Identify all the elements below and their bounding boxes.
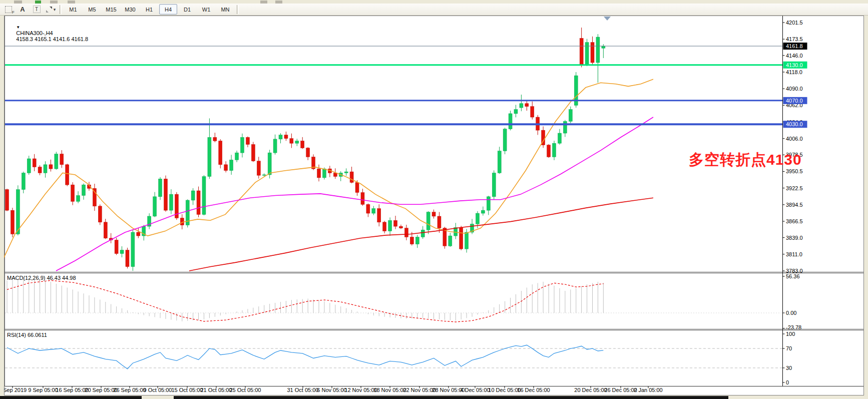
svg-text:4030.0: 4030.0 bbox=[786, 121, 803, 127]
chart-annotation-text[interactable]: 多空转折点4130 bbox=[689, 150, 802, 170]
text-box-button[interactable]: T bbox=[30, 4, 43, 15]
svg-text:3922.5: 3922.5 bbox=[786, 185, 803, 191]
text-box-icon: T bbox=[33, 6, 41, 13]
bottom-bar-segment bbox=[0, 396, 142, 399]
symbol-title: CHINA300-,H4 bbox=[16, 30, 53, 36]
svg-text:4090.0: 4090.0 bbox=[786, 86, 803, 92]
svg-text:21 Oct 05:00: 21 Oct 05:00 bbox=[201, 387, 232, 393]
svg-text:3839.0: 3839.0 bbox=[786, 235, 803, 241]
ohlc-values: 4158.3 4165.1 4141.6 4161.8 bbox=[16, 36, 88, 42]
tf-button-w1[interactable]: W1 bbox=[197, 4, 215, 15]
svg-text:4006.0: 4006.0 bbox=[786, 136, 803, 142]
svg-text:70: 70 bbox=[786, 345, 792, 351]
clipped-bottom-bar bbox=[0, 395, 868, 399]
svg-text:9 Oct 05:00: 9 Oct 05:00 bbox=[144, 387, 172, 393]
text-label-button[interactable]: A bbox=[16, 4, 29, 15]
tf-button-m5[interactable]: M5 bbox=[83, 4, 101, 15]
svg-text:56.36: 56.36 bbox=[786, 273, 800, 279]
svg-text:30: 30 bbox=[786, 365, 792, 371]
line-studies-toolbar: F A T ▾ M1M5M15M30H1H4D1W1MN bbox=[0, 4, 868, 16]
diagonal-arrows-icon bbox=[46, 6, 53, 13]
svg-text:0: 0 bbox=[786, 379, 789, 385]
toolbar-separator bbox=[237, 5, 239, 14]
svg-text:9 Sep 05:00: 9 Sep 05:00 bbox=[28, 387, 58, 393]
chart-canvas[interactable]: 4201.54173.54146.04118.04090.04062.04034… bbox=[4, 16, 864, 395]
clipped-toolbar-row bbox=[0, 0, 868, 4]
svg-text:6 Nov 05:00: 6 Nov 05:00 bbox=[317, 387, 346, 393]
arrows-tool-button[interactable]: ▾ bbox=[44, 4, 57, 15]
svg-text:16 Sep 05:00: 16 Sep 05:00 bbox=[56, 387, 88, 393]
tf-button-m1[interactable]: M1 bbox=[64, 4, 82, 15]
svg-text:0.00: 0.00 bbox=[786, 310, 796, 316]
svg-text:26 Dec 05:00: 26 Dec 05:00 bbox=[604, 387, 637, 393]
svg-text:3866.5: 3866.5 bbox=[786, 218, 803, 224]
svg-text:10 Dec 05:00: 10 Dec 05:00 bbox=[488, 387, 521, 393]
svg-text:4161.8: 4161.8 bbox=[786, 43, 803, 49]
svg-text:4201.5: 4201.5 bbox=[786, 20, 803, 26]
tf-button-m30[interactable]: M30 bbox=[121, 4, 139, 15]
svg-text:15 Oct 05:00: 15 Oct 05:00 bbox=[172, 387, 203, 393]
grid-icon: F bbox=[5, 6, 12, 13]
svg-text:16 Dec 05:00: 16 Dec 05:00 bbox=[517, 387, 550, 393]
svg-text:4070.0: 4070.0 bbox=[786, 98, 803, 104]
toolbar-separator bbox=[60, 5, 62, 14]
tf-button-d1[interactable]: D1 bbox=[178, 4, 196, 15]
tf-button-m15[interactable]: M15 bbox=[102, 4, 120, 15]
tf-button-mn[interactable]: MN bbox=[216, 4, 234, 15]
svg-text:4173.5: 4173.5 bbox=[786, 36, 803, 42]
svg-text:20 Sep 05:00: 20 Sep 05:00 bbox=[85, 387, 117, 393]
chevron-down-icon: ▾ bbox=[54, 7, 56, 12]
svg-text:2 Jan 05:00: 2 Jan 05:00 bbox=[634, 387, 663, 393]
timeframe-toolbar: M1M5M15M30H1H4D1W1MN bbox=[64, 4, 235, 15]
rsi-indicator-label: RSI(14) 66.0611 bbox=[7, 332, 47, 338]
svg-text:3811.0: 3811.0 bbox=[786, 251, 802, 257]
chart-window[interactable]: 4201.54173.54146.04118.04090.04062.04034… bbox=[4, 16, 864, 395]
svg-text:4118.0: 4118.0 bbox=[786, 69, 802, 75]
svg-text:4146.0: 4146.0 bbox=[786, 53, 803, 59]
chart-title: ▼ CHINA300-,H4 4158.3 4165.1 4141.6 4161… bbox=[7, 18, 88, 48]
svg-text:22 Nov 05:00: 22 Nov 05:00 bbox=[403, 387, 436, 393]
svg-text:31 Oct 05:00: 31 Oct 05:00 bbox=[287, 387, 319, 393]
svg-text:18 Nov 05:00: 18 Nov 05:00 bbox=[373, 387, 406, 393]
svg-text:4 Dec 05:00: 4 Dec 05:00 bbox=[460, 387, 490, 393]
symbol-dropdown-arrow: ▼ bbox=[16, 25, 20, 30]
grid-fixed-button[interactable]: F bbox=[2, 4, 15, 15]
text-a-icon: A bbox=[20, 6, 25, 13]
svg-text:12 Nov 05:00: 12 Nov 05:00 bbox=[344, 387, 377, 393]
svg-text:25 Oct 05:00: 25 Oct 05:00 bbox=[230, 387, 261, 393]
tf-button-h1[interactable]: H1 bbox=[140, 4, 158, 15]
svg-text:100: 100 bbox=[786, 331, 795, 337]
svg-text:4130.0: 4130.0 bbox=[786, 62, 803, 68]
svg-text:20 Dec 05:00: 20 Dec 05:00 bbox=[574, 387, 607, 393]
svg-text:3894.5: 3894.5 bbox=[786, 202, 803, 208]
svg-text:-23.78: -23.78 bbox=[786, 324, 801, 330]
tf-button-h4[interactable]: H4 bbox=[159, 4, 177, 15]
bottom-bar-segment bbox=[174, 396, 728, 399]
svg-text:26 Sep 05:00: 26 Sep 05:00 bbox=[113, 387, 146, 393]
macd-indicator-label: MACD(12,26,9) 46.43 44.98 bbox=[7, 275, 76, 281]
mt4-screen: F A T ▾ M1M5M15M30H1H4D1W1MN 4201.54173.… bbox=[0, 0, 868, 399]
svg-text:3 Sep 2019: 3 Sep 2019 bbox=[4, 387, 27, 393]
